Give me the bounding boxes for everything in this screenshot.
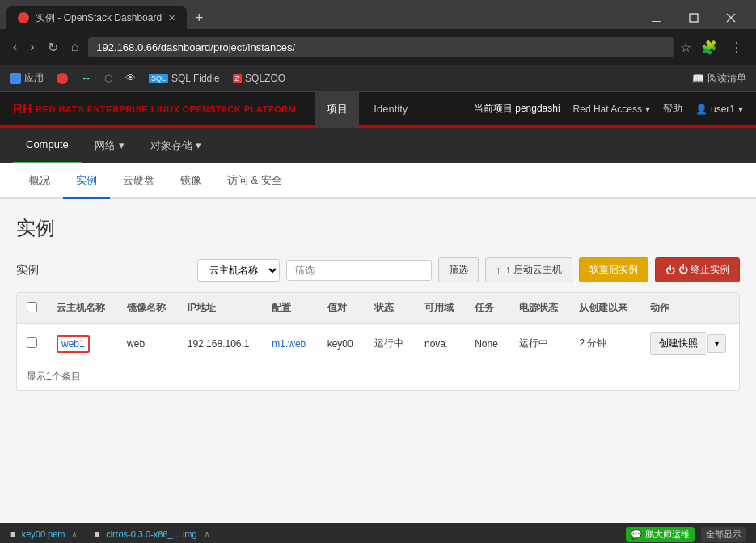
bookmark-sqlzoo[interactable]: Z SQLZOO bbox=[233, 73, 286, 84]
action-dropdown-button[interactable]: ▾ bbox=[707, 334, 726, 353]
home-button[interactable]: ⌂ bbox=[68, 36, 82, 57]
instance-status-cell: 运行中 bbox=[365, 324, 415, 364]
subnav-object-storage[interactable]: 对象存储 ▾ bbox=[137, 128, 214, 163]
col-flavor: 配置 bbox=[262, 293, 317, 324]
filter-area: 云主机名称 筛选 ↑ ↑ 启动云主机 软重启实例 bbox=[197, 257, 740, 282]
status-badge: 运行中 bbox=[374, 337, 403, 349]
filter-button[interactable]: 筛选 bbox=[438, 257, 479, 282]
bookmark-apps[interactable]: 应用 bbox=[10, 71, 44, 85]
create-snapshot-button[interactable]: 创建快照 bbox=[650, 332, 706, 355]
instance-name-link[interactable]: web1 bbox=[57, 335, 90, 353]
file2-name: cirros-0.3.0-x86_....img bbox=[106, 529, 196, 539]
instance-power: 运行中 bbox=[519, 337, 548, 349]
table-header: 云主机名称 镜像名称 IP地址 配置 值对 状态 可用域 任务 电源状态 从创建… bbox=[17, 293, 739, 324]
browser-window: 实例 - OpenStack Dashboard ✕ + ‹ › ↻ ⌂ ☆ 🧩… bbox=[0, 0, 756, 543]
col-keypair: 值对 bbox=[318, 293, 365, 324]
bookmarks-bar: 应用 ↔ ⬡ 👁 SQL SQL Fiddle Z SQLZOO 📖 阅读清单 bbox=[0, 65, 756, 92]
soft-reboot-button[interactable]: 软重启实例 bbox=[579, 257, 648, 282]
help-button[interactable]: 帮助 bbox=[663, 102, 682, 116]
select-all-checkbox[interactable] bbox=[27, 302, 37, 312]
status-bar-right: 💬 鹏大师运维 全部显示 bbox=[626, 527, 746, 542]
instances-section: 实例 云主机名称 筛选 ↑ ↑ 启动云主机 bbox=[16, 257, 740, 391]
red-circle-icon bbox=[57, 73, 68, 84]
row-count: 显示1个条目 bbox=[17, 363, 739, 390]
reading-list[interactable]: 📖 阅读清单 bbox=[692, 71, 746, 85]
user-menu[interactable]: 👤 user1 ▾ bbox=[695, 104, 743, 115]
reload-button[interactable]: ↻ bbox=[44, 36, 61, 58]
tab-access-security[interactable]: 访问 & 安全 bbox=[214, 163, 295, 199]
filter-input[interactable] bbox=[286, 260, 432, 281]
bookmark-b6[interactable]: ⬡ bbox=[104, 73, 112, 84]
subnav-compute[interactable]: Compute bbox=[13, 128, 82, 163]
window-controls bbox=[638, 6, 750, 30]
redhat-logo: RH bbox=[13, 102, 32, 117]
nav-project[interactable]: 项目 bbox=[315, 91, 359, 127]
instance-keypair: key00 bbox=[327, 338, 353, 350]
instance-action-cell: 创建快照 ▾ bbox=[640, 324, 739, 364]
openstack-app: RH RED HAT® ENTERPRISE LINUX OPENSTACK P… bbox=[0, 92, 756, 523]
subnav-network[interactable]: 网络 ▾ bbox=[82, 128, 137, 163]
tab-volumes[interactable]: 云硬盘 bbox=[110, 163, 167, 199]
filter-type-select[interactable]: 云主机名称 bbox=[197, 259, 280, 282]
tab-title: 实例 - OpenStack Dashboard bbox=[36, 11, 162, 25]
chevron-down-icon: ▾ bbox=[645, 104, 650, 115]
maximize-button[interactable] bbox=[675, 6, 712, 30]
url-input[interactable] bbox=[88, 37, 674, 57]
section-header: 实例 云主机名称 筛选 ↑ ↑ 启动云主机 bbox=[16, 257, 740, 282]
bookmark-apps-label: 应用 bbox=[24, 71, 44, 85]
instance-age-cell: 2 分钟 bbox=[569, 324, 640, 364]
svg-rect-1 bbox=[690, 14, 698, 22]
active-tab[interactable]: 实例 - OpenStack Dashboard ✕ bbox=[6, 6, 187, 30]
instance-image: web bbox=[127, 338, 145, 350]
new-tab-button[interactable]: + bbox=[187, 10, 212, 27]
sqlzoo-icon: Z bbox=[233, 74, 243, 83]
minimize-button[interactable] bbox=[638, 6, 675, 30]
tab-close-btn[interactable]: ✕ bbox=[168, 13, 175, 23]
os-top-nav: 项目 Identity bbox=[315, 91, 419, 127]
os-brand: RH RED HAT® ENTERPRISE LINUX OPENSTACK P… bbox=[13, 102, 296, 117]
b6-icon: ⬡ bbox=[104, 73, 112, 84]
terminate-button[interactable]: ⏻ ⏻ 终止实例 bbox=[655, 257, 740, 282]
file2-caret[interactable]: ∧ bbox=[204, 529, 210, 540]
os-header-right: 当前项目 pengdashi Red Hat Access ▾ 帮助 👤 use… bbox=[474, 102, 743, 116]
col-power: 电源状态 bbox=[509, 293, 570, 324]
instance-age: 2 分钟 bbox=[579, 337, 606, 349]
launch-instance-button[interactable]: ↑ ↑ 启动云主机 bbox=[485, 257, 572, 282]
instance-az-cell: nova bbox=[415, 324, 465, 364]
reading-list-icon: 📖 bbox=[692, 73, 704, 84]
show-all-button[interactable]: 全部显示 bbox=[701, 527, 746, 542]
section-title: 实例 bbox=[16, 263, 39, 278]
tab-favicon bbox=[18, 12, 29, 23]
instance-task-cell: None bbox=[465, 324, 509, 364]
file1-caret[interactable]: ∧ bbox=[71, 529, 78, 540]
tab-instances[interactable]: 实例 bbox=[63, 163, 110, 199]
user-chevron-icon: ▾ bbox=[738, 104, 743, 115]
bookmark-icon[interactable]: ☆ bbox=[680, 40, 691, 55]
instance-az: nova bbox=[424, 338, 446, 350]
extensions-icon[interactable]: 🧩 bbox=[698, 36, 720, 58]
close-button[interactable] bbox=[712, 6, 750, 30]
download-file2[interactable]: ■ cirros-0.3.0-x86_....img ∧ bbox=[94, 529, 209, 540]
row-checkbox[interactable] bbox=[27, 337, 37, 348]
user-icon: 👤 bbox=[695, 104, 707, 115]
instance-ip: 192.168.106.1 bbox=[188, 338, 250, 350]
tab-images[interactable]: 镜像 bbox=[167, 163, 214, 199]
bookmark-eye[interactable]: 👁 bbox=[125, 72, 136, 84]
forward-button[interactable]: › bbox=[27, 36, 37, 57]
back-button[interactable]: ‹ bbox=[10, 36, 20, 57]
col-ip: IP地址 bbox=[178, 293, 262, 324]
instance-flavor-link[interactable]: m1.web bbox=[272, 338, 306, 350]
tab-overview[interactable]: 概况 bbox=[16, 163, 63, 199]
os-header: RH RED HAT® ENTERPRISE LINUX OPENSTACK P… bbox=[0, 92, 756, 128]
bookmark-sqlfiddle[interactable]: SQL SQL Fiddle bbox=[149, 73, 220, 84]
red-hat-access-dropdown[interactable]: Red Hat Access ▾ bbox=[573, 104, 650, 115]
col-action: 动作 bbox=[640, 293, 739, 324]
bookmark-arrow[interactable]: ↔ bbox=[81, 72, 91, 84]
col-status: 状态 bbox=[365, 293, 415, 324]
download-file1[interactable]: ■ key00.pem ∧ bbox=[10, 529, 78, 540]
bookmark-red-circle[interactable] bbox=[57, 73, 68, 84]
menu-icon[interactable]: ⋮ bbox=[727, 36, 746, 58]
arrow-icon: ↔ bbox=[81, 72, 91, 84]
launch-icon: ↑ bbox=[496, 265, 500, 276]
nav-identity[interactable]: Identity bbox=[362, 91, 419, 127]
